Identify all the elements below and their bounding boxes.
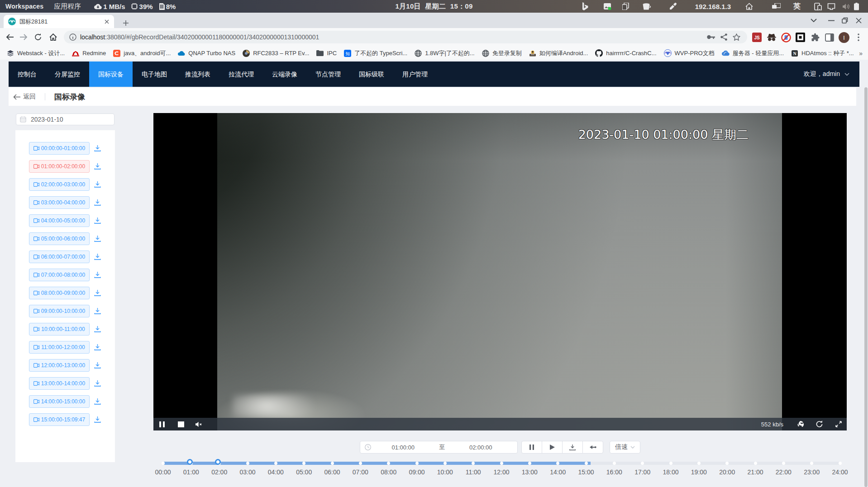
volume-tray-icon[interactable] [843,3,851,10]
record-download-icon[interactable] [94,326,101,332]
nav-item[interactable]: 推流列表 [176,61,219,87]
nav-item[interactable]: 拉流代理 [219,61,263,87]
browser-tab[interactable]: 国标28181 [4,15,114,28]
video-player[interactable]: 2023-01-10 01:00:00 星期二 552 kb/s [153,113,847,430]
browser-forward-icon[interactable] [17,30,30,44]
browser-reload-icon[interactable] [31,30,45,44]
record-play-button[interactable]: 15:00:00-15:09:47 [29,413,90,426]
url-bar[interactable]: localhost:38080/#/gbRecordDetail/3402000… [64,31,747,43]
extensions-puzzle-icon[interactable] [809,31,821,43]
tab-close-icon[interactable] [103,18,110,25]
nav-item[interactable]: 节点管理 [306,61,350,87]
nav-item[interactable]: 云端录像 [263,61,306,87]
player-reload-icon[interactable] [816,418,823,430]
home-tray-icon[interactable] [745,3,753,10]
color-picker-tray-icon[interactable] [669,3,677,10]
player-mute-icon[interactable] [196,418,203,430]
site-info-icon[interactable] [69,33,76,41]
record-download-icon[interactable] [94,163,101,170]
record-download-icon[interactable] [94,416,101,423]
browser-back-icon[interactable] [3,30,16,44]
record-play-button[interactable]: 06:00:00-07:00:00 [29,251,90,263]
record-download-icon[interactable] [94,398,101,405]
bookmark-item[interactable]: RFC2833 – RTP Ev... [243,50,309,57]
user-menu[interactable]: 欢迎，admin [804,61,849,87]
pause-button[interactable] [521,441,542,454]
time-range-picker[interactable]: 01:00:00 至 02:00:00 [360,441,518,454]
record-download-icon[interactable] [94,181,101,188]
side-panel-icon[interactable] [823,31,835,43]
bookmark-item[interactable]: java、android可... [113,49,171,57]
player-pause-icon[interactable] [159,418,165,430]
record-play-button[interactable]: 13:00:00-14:00:00 [29,377,90,390]
bookmark-star-icon[interactable] [730,31,743,43]
record-download-icon[interactable] [94,344,101,350]
record-play-button[interactable]: 10:00:00-11:00:00 [29,323,90,336]
bookmark-item[interactable]: hairrrrr/C-CrashC... [595,49,656,57]
record-play-button[interactable]: 01:00:00-02:00:00 [29,160,90,173]
bookmark-item[interactable]: Webstack - 设计... [7,49,65,57]
bookmark-item[interactable]: 1.8W字|了不起的... [415,49,475,57]
record-download-icon[interactable] [94,380,101,387]
bookmark-item[interactable]: 知 了不起的 TypeScri... [344,49,407,57]
page-scrollbar[interactable] [864,87,868,487]
nav-item[interactable]: 用户管理 [393,61,437,87]
date-picker-input[interactable]: 2023-01-10 [16,113,114,125]
record-play-button[interactable]: 07:00:00-08:00:00 [29,269,90,281]
snapshot-icon[interactable] [797,418,804,430]
record-download-icon[interactable] [94,236,101,242]
bookmark-item[interactable]: 免登录复制 [482,49,522,57]
record-download-icon[interactable] [94,290,101,296]
back-button[interactable]: 返回 [13,93,36,101]
range-start-time[interactable]: 01:00:00 [371,444,435,451]
clipboard-tray-icon[interactable] [622,3,629,10]
nav-item[interactable]: 国标级联 [350,61,393,87]
browser-menu-kebab-icon[interactable] [852,31,864,43]
nav-item[interactable]: 电子地图 [133,61,176,87]
bookmark-item[interactable]: Redmine [72,50,106,57]
play-button[interactable] [542,441,563,454]
workspace-switcher-icon[interactable] [772,3,781,10]
record-play-button[interactable]: 08:00:00-09:00:00 [29,287,90,299]
display-tray-icon[interactable] [827,3,835,10]
timeline-handle[interactable] [187,459,193,465]
browser-avatar[interactable]: I [838,31,850,43]
bookmarks-overflow-chevron[interactable]: » [856,47,865,60]
timeline-slider[interactable]: 00:0001:0002:0003:0004:0005:0006:0007:00… [163,457,840,475]
bookmark-item[interactable]: N HDAtmos :: 种子 *... [791,49,854,57]
record-download-icon[interactable] [94,272,101,278]
record-play-button[interactable]: 14:00:00-15:00:00 [29,395,90,408]
record-download-icon[interactable] [94,254,101,260]
player-stop-icon[interactable] [178,418,184,430]
tray-ip-address[interactable]: 192.168.1.3 [695,3,731,10]
record-play-button[interactable]: 02:00:00-03:00:00 [29,178,90,191]
record-download-icon[interactable] [94,145,101,151]
share-icon[interactable] [717,31,730,43]
bookmark-item[interactable]: IPC [316,50,337,57]
screenshot-tray-icon[interactable] [604,3,611,10]
new-tab-button[interactable] [119,17,132,29]
playback-speed-dropdown[interactable]: 倍速 [610,441,640,454]
seek-button[interactable] [582,441,603,454]
window-minimize-icon[interactable] [825,14,838,27]
bookmark-item[interactable]: QNAP Turbo NAS [178,50,235,57]
extension-incognito-icon[interactable] [765,31,777,43]
record-play-button[interactable]: 04:00:00-05:00:00 [29,214,90,227]
password-key-icon[interactable] [705,31,717,43]
window-close-icon[interactable] [852,14,865,27]
record-download-icon[interactable] [94,308,101,314]
extension-blocker-icon[interactable] [780,31,792,43]
nav-item[interactable]: 控制台 [9,61,46,87]
coffee-tray-icon[interactable] [643,3,651,10]
bing-icon[interactable] [582,2,588,10]
nav-item[interactable]: 分屏监控 [46,61,89,87]
record-download-icon[interactable] [94,199,101,206]
browser-home-icon[interactable] [46,30,60,44]
phone-link-tray-icon[interactable] [814,3,822,10]
record-download-icon[interactable] [94,217,101,224]
extension-js-icon[interactable]: JS [751,31,763,43]
nav-item[interactable]: 国标设备 [89,61,133,87]
record-download-icon[interactable] [94,362,101,369]
extension-frame-icon[interactable] [794,31,806,43]
record-play-button[interactable]: 11:00:00-12:00:00 [29,341,90,354]
